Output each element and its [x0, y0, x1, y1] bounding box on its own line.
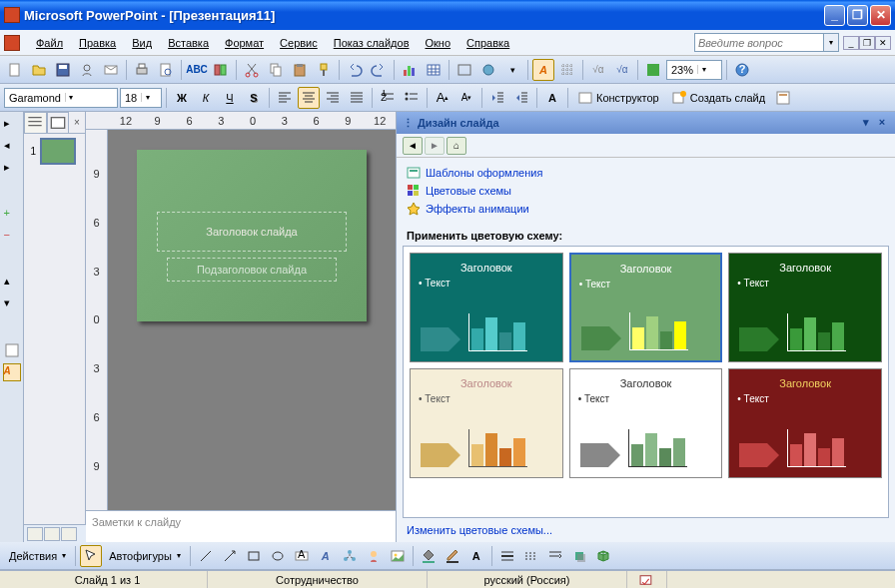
- equation-button[interactable]: √α: [611, 59, 633, 81]
- link-design-templates[interactable]: Шаблоны оформления: [407, 164, 885, 182]
- redo-button[interactable]: [368, 59, 390, 81]
- menu-format[interactable]: Формат: [217, 34, 272, 52]
- fill-color-button[interactable]: [418, 545, 440, 567]
- design-button[interactable]: Конструктор: [572, 87, 664, 109]
- arrow-style-button[interactable]: [544, 545, 566, 567]
- color-scheme-3[interactable]: Заголовок • Текст: [410, 368, 563, 478]
- slide-subtitle-placeholder[interactable]: Подзаголовок слайда: [167, 258, 337, 282]
- side-down-icon[interactable]: ▾: [3, 295, 21, 313]
- equation-gray-button[interactable]: √α: [587, 59, 609, 81]
- slide-layout-button[interactable]: [772, 87, 794, 109]
- task-pane-close[interactable]: ×: [875, 116, 889, 130]
- close-button[interactable]: ✕: [870, 5, 891, 26]
- menu-slideshow[interactable]: Показ слайдов: [326, 34, 418, 52]
- menu-help[interactable]: Справка: [458, 34, 517, 52]
- slide-title-placeholder[interactable]: Заголовок слайда: [157, 212, 347, 252]
- slide[interactable]: Заголовок слайда Подзаголовок слайда: [137, 150, 367, 321]
- side-expand-icon[interactable]: ▸: [3, 160, 21, 178]
- side-arrow-icon[interactable]: ▸: [3, 116, 21, 134]
- menu-edit[interactable]: Правка: [71, 34, 124, 52]
- paste-button[interactable]: [289, 59, 311, 81]
- menu-window[interactable]: Окно: [418, 34, 459, 52]
- document-icon[interactable]: [4, 35, 20, 51]
- bold-button[interactable]: Ж: [171, 87, 193, 109]
- email-button[interactable]: [100, 59, 122, 81]
- help-search-input[interactable]: [694, 33, 824, 52]
- menu-service[interactable]: Сервис: [272, 34, 326, 52]
- color-scheme-0[interactable]: Заголовок • Текст: [410, 253, 563, 362]
- clipart-button[interactable]: [363, 545, 385, 567]
- decrease-font-button[interactable]: A▾: [455, 87, 477, 109]
- slideshow-view-button[interactable]: [61, 527, 77, 541]
- textbox-button[interactable]: A: [291, 545, 313, 567]
- expand-button[interactable]: ▾: [501, 59, 523, 81]
- align-center-button[interactable]: [298, 87, 320, 109]
- zoom-combo[interactable]: 23%▾: [666, 60, 722, 80]
- link-animation-effects[interactable]: Эффекты анимации: [407, 200, 885, 218]
- menu-view[interactable]: Вид: [124, 34, 160, 52]
- side-plus-icon[interactable]: +: [3, 206, 21, 224]
- status-spellcheck-icon[interactable]: [627, 571, 667, 588]
- color-scheme-2[interactable]: Заголовок • Текст: [728, 253, 882, 362]
- table-button[interactable]: [423, 59, 445, 81]
- mdi-close-button[interactable]: ✕: [875, 36, 891, 50]
- mdi-minimize-button[interactable]: _: [843, 36, 859, 50]
- dash-style-button[interactable]: [520, 545, 542, 567]
- decrease-indent-button[interactable]: [486, 87, 508, 109]
- font-color-draw-button[interactable]: A: [465, 545, 487, 567]
- slides-tab[interactable]: [47, 112, 70, 133]
- help-search-dropdown[interactable]: ▾: [824, 33, 839, 52]
- align-right-button[interactable]: [322, 87, 344, 109]
- color-scheme-5[interactable]: Заголовок • Текст: [728, 368, 882, 478]
- font-combo[interactable]: Garamond▾: [4, 88, 118, 108]
- cut-button[interactable]: [241, 59, 263, 81]
- new-button[interactable]: [4, 59, 26, 81]
- side-format-toggle-icon[interactable]: A: [3, 363, 21, 381]
- font-size-combo[interactable]: 18▾: [120, 88, 162, 108]
- oval-button[interactable]: [267, 545, 289, 567]
- line-button[interactable]: [195, 545, 217, 567]
- menu-file[interactable]: Файл: [28, 34, 71, 52]
- autoshapes-menu[interactable]: Автофигуры▾: [104, 545, 186, 567]
- format-painter-button[interactable]: [313, 59, 335, 81]
- notes-pane[interactable]: Заметки к слайду: [86, 510, 396, 542]
- numbering-button[interactable]: 12: [377, 87, 399, 109]
- slide-thumbnail[interactable]: 1: [28, 138, 81, 165]
- font-color-button[interactable]: A: [541, 87, 563, 109]
- wordart-button[interactable]: A: [315, 545, 337, 567]
- new-slide-button[interactable]: Создать слайд: [666, 87, 770, 109]
- side-up-icon[interactable]: ▴: [3, 274, 21, 292]
- side-minus-icon[interactable]: −: [3, 228, 21, 246]
- task-forward-button[interactable]: ►: [425, 137, 445, 155]
- diagram-button[interactable]: [339, 545, 361, 567]
- preview-button[interactable]: [155, 59, 177, 81]
- permission-button[interactable]: [76, 59, 98, 81]
- outline-tab[interactable]: [24, 112, 47, 133]
- line-color-button[interactable]: [442, 545, 463, 567]
- edit-schemes-link[interactable]: Изменить цветовые схемы...: [397, 518, 895, 542]
- minimize-button[interactable]: _: [824, 5, 845, 26]
- normal-view-button[interactable]: [27, 527, 43, 541]
- copy-button[interactable]: [265, 59, 287, 81]
- align-left-button[interactable]: [274, 87, 296, 109]
- side-collapse-icon[interactable]: ◂: [3, 138, 21, 156]
- align-justify-button[interactable]: [346, 87, 368, 109]
- select-button[interactable]: [80, 545, 102, 567]
- grid-button[interactable]: [556, 59, 578, 81]
- underline-button[interactable]: Ч: [219, 87, 241, 109]
- shadow-button[interactable]: S: [243, 87, 265, 109]
- spelling-button[interactable]: ABC: [186, 59, 208, 81]
- outline-close-button[interactable]: ×: [69, 112, 85, 133]
- rectangle-button[interactable]: [243, 545, 265, 567]
- task-pane-dropdown[interactable]: ▾: [859, 116, 873, 130]
- color-grayscale-button[interactable]: [642, 59, 664, 81]
- increase-indent-button[interactable]: [510, 87, 532, 109]
- shadow-style-button[interactable]: [568, 545, 590, 567]
- hyperlink-button[interactable]: [477, 59, 499, 81]
- task-back-button[interactable]: ◄: [403, 137, 423, 155]
- line-style-button[interactable]: [496, 545, 518, 567]
- open-button[interactable]: [28, 59, 50, 81]
- arrow-button[interactable]: [219, 545, 241, 567]
- bullets-button[interactable]: [401, 87, 423, 109]
- increase-font-button[interactable]: A▴: [432, 87, 453, 109]
